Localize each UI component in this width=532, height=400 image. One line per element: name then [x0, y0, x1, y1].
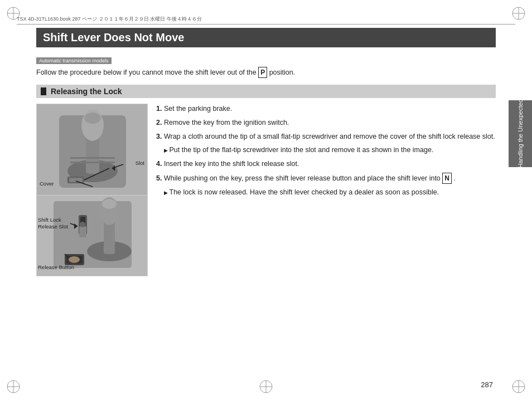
- cover-label: Cover: [40, 181, 54, 187]
- step-2: 2. Remove the key from the ignition swit…: [156, 118, 496, 128]
- bottom-image-box: Shift LockRelease Slot Release Button: [36, 196, 148, 276]
- svg-rect-28: [70, 157, 115, 159]
- svg-point-21: [84, 113, 101, 124]
- image-column: Slot Cover: [36, 104, 148, 276]
- intro-text-part1: Follow the procedure below if you cannot…: [36, 69, 257, 76]
- file-info: TSX 4D-31TL1630.book 287 ページ ２０１１年６月２９日 …: [17, 16, 202, 23]
- step-3-sub: Put the tip of the flat-tip screwdriver …: [156, 145, 496, 155]
- auto-trans-badge: Automatic transmission models: [36, 57, 112, 64]
- svg-point-36: [80, 222, 85, 227]
- svg-point-40: [102, 199, 117, 209]
- section-icon: [41, 87, 46, 95]
- steps-list: 1. Set the parking brake. 2. Remove the …: [156, 104, 496, 198]
- section-header: Releasing the Lock: [36, 85, 496, 98]
- step-5-sub: The lock is now released. Have the shift…: [156, 187, 496, 198]
- header-line: TSX 4D-31TL1630.book 287 ページ ２０１１年６月２９日 …: [17, 16, 515, 25]
- slot-label: Slot: [136, 160, 144, 166]
- title-bar: Shift Lever Does Not Move: [36, 28, 496, 47]
- svg-point-46: [69, 256, 80, 263]
- two-col-layout: Slot Cover: [36, 104, 496, 276]
- section-title: Releasing the Lock: [51, 87, 122, 96]
- release-button-label: Release Button: [38, 264, 74, 270]
- step-1: 1. Set the parking brake.: [156, 104, 496, 114]
- sidebar-label: Handling the Unexpected: [517, 99, 524, 168]
- svg-rect-35: [79, 226, 86, 237]
- svg-rect-29: [70, 162, 115, 163]
- corner-mark-bc: [258, 379, 274, 394]
- top-image-box: Slot Cover: [36, 104, 148, 196]
- auto-trans-label: Automatic transmission models: [36, 56, 496, 67]
- intro-paragraph: Follow the procedure below if you cannot…: [36, 67, 496, 78]
- corner-mark-br: [511, 379, 526, 394]
- step-3: 3. Wrap a cloth around the tip of a smal…: [156, 131, 496, 142]
- corner-mark-bl: [6, 379, 21, 394]
- step-4: 4. Insert the key into the shift lock re…: [156, 159, 496, 169]
- sidebar-area: Handling the Unexpected: [509, 100, 532, 167]
- instructions-column: 1. Set the parking brake. 2. Remove the …: [156, 104, 496, 276]
- main-content: Automatic transmission models Follow the…: [36, 56, 496, 372]
- step-5: 5. While pushing on the key, press the s…: [156, 173, 496, 184]
- page-number: 287: [481, 381, 493, 389]
- p-box: P: [258, 67, 267, 78]
- shift-lock-slot-label: Shift LockRelease Slot: [38, 217, 68, 231]
- n-box: N: [442, 173, 452, 184]
- intro-text-part2: position.: [269, 69, 296, 76]
- page-title: Shift Lever Does Not Move: [43, 31, 489, 44]
- svg-rect-23: [69, 178, 83, 182]
